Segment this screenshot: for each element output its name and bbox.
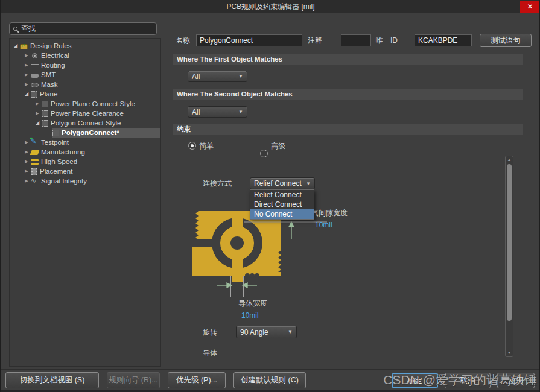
titlebar: PCB规则及约束编辑器 [mil] ✕ [1,0,540,13]
tree-item-smt[interactable]: ▶ SMT [10,70,160,80]
simple-radio-label: 简单 [199,141,214,151]
tree-item-label: Power Plane Connect Style [51,100,135,107]
footer-separator [1,369,540,370]
plane-rule-icon [42,120,48,127]
tree-item-high-speed[interactable]: ▶ High Speed [10,157,160,166]
routing-icon [31,63,39,68]
advanced-radio[interactable] [260,150,268,157]
signal-integrity-icon [31,177,39,185]
conductor-width-label: 导体宽度 [238,299,267,308]
scroll-down-icon[interactable]: ▼ [506,350,513,356]
scrollbar-thumb[interactable] [507,164,512,321]
footer-button-r: 规则向导 (R)... [107,372,160,388]
second-match-dropdown[interactable]: All▼ [188,106,247,118]
expand-arrow-icon[interactable]: ◢ [23,89,30,99]
tree-item-label: Placement [40,168,72,175]
tree-item-placement[interactable]: ▶ Placement [10,166,160,176]
tree-item-polygon-connect-style[interactable]: ◢ Polygon Connect Style [10,118,160,128]
tree-item-label: Design Rules [30,42,71,49]
tree-item-testpoint[interactable]: ▶ Testpoint [10,138,160,147]
simple-radio[interactable] [188,142,196,150]
connect-style-label: 连接方式 [203,179,232,188]
tree-item-label: Manufacturing [41,148,85,156]
expand-arrow-icon[interactable]: ▶ [23,176,30,186]
tree-item-label: Mask [41,81,57,88]
tree-item-label: PolygonConnect* [62,129,119,136]
expand-arrow-icon[interactable]: ▶ [23,147,30,157]
plane-icon [31,91,37,98]
tree-item-label: SMT [41,71,56,78]
rotation-dropdown[interactable]: 90 Angle▼ [236,326,297,338]
unique-id-label: 唯一ID [376,36,398,45]
tree-item-label: High Speed [41,158,77,165]
unique-id-field[interactable] [415,34,472,46]
tree-item-mask[interactable]: ▶ Mask [10,80,160,89]
expand-arrow-icon[interactable]: ▶ [23,166,30,176]
electrical-icon [32,53,37,58]
footer-button-[interactable]: 取消 [445,373,491,388]
dropdown-option-no-connect[interactable]: No Connect [250,209,314,219]
manufacturing-icon [30,150,40,155]
comment-label: 注释 [308,36,322,45]
expand-arrow-icon[interactable]: ▶ [23,70,30,80]
expand-arrow-icon[interactable]: ▶ [23,51,30,60]
tree-item-power-plane-clearance[interactable]: ▶ Power Plane Clearance [10,109,160,118]
plane-rule-icon [42,110,48,117]
design-rules-icon [20,44,28,49]
close-icon[interactable]: ✕ [520,1,540,13]
connect-style-options-list: Relief ConnectDirect ConnectNo Connect [250,189,314,220]
high-speed-icon [31,159,39,165]
tree-item-label: Electrical [41,52,69,59]
tree-item-routing[interactable]: ▶ Routing [10,60,160,70]
second-match-header: Where The Second Object Matches [173,89,523,100]
advanced-radio-label: 高级 [271,141,285,151]
search-icon [13,27,17,31]
rules-tree: ◢ Design Rules ▶ Electrical ▶ Routing ▶ … [9,38,161,367]
chevron-down-icon: ▼ [238,109,243,115]
tree-item-design-rules[interactable]: ◢ Design Rules [10,41,160,51]
plane-rule-icon [52,130,59,136]
tree-item-power-plane-connect-style[interactable]: ▶ Power Plane Connect Style [10,99,160,109]
comment-field[interactable] [341,34,371,46]
footer-button-p[interactable]: 优先级 (P)... [168,372,226,388]
search-placeholder: 查找 [21,24,36,34]
dropdown-option-direct-connect[interactable]: Direct Connect [250,200,314,209]
constraints-scrollbar[interactable]: ▲ ▼ [505,156,513,357]
expand-arrow-icon[interactable]: ◢ [34,118,41,128]
first-match-dropdown[interactable]: All▼ [188,71,247,82]
expand-arrow-icon[interactable]: ▶ [23,157,30,166]
plane-rule-icon [42,101,48,107]
tree-item-label: Polygon Connect Style [51,119,121,127]
conductor-width-value: 10mil [241,311,259,320]
chevron-down-icon: ▼ [306,181,311,186]
footer-button-[interactable]: 确定 [392,373,438,388]
scroll-up-icon[interactable]: ▲ [506,157,513,163]
tree-item-signal-integrity[interactable]: ▶ Signal Integrity [10,176,160,186]
search-input[interactable]: 查找 [9,22,157,35]
constraints-header: 约束 [173,124,523,135]
footer-button-c[interactable]: 创建默认规则 (C) [233,372,306,388]
expand-arrow-icon[interactable]: ▶ [23,60,30,70]
connect-style-dropdown[interactable]: Relief Connect▼ [250,177,315,189]
chevron-down-icon: ▼ [288,329,293,335]
expand-arrow-icon[interactable]: ▶ [34,109,41,118]
tree-item-electrical[interactable]: ▶ Electrical [10,51,160,60]
footer-button-s[interactable]: 切换到文档视图 (S) [5,372,99,388]
tree-item-label: Testpoint [41,139,69,146]
conductor-groupbox: 导体 [197,349,266,357]
dropdown-option-relief-connect[interactable]: Relief Connect [250,190,314,200]
air-gap-value: 10mil [315,221,332,229]
test-query-button[interactable]: 测试语句 [480,34,532,47]
mask-icon [31,83,39,87]
name-field[interactable] [196,34,302,46]
tree-item-plane[interactable]: ◢ Plane [10,89,160,99]
footer-button-[interactable]: 应用 [497,373,535,388]
polygon-connect-preview [191,208,329,299]
expand-arrow-icon[interactable]: ▶ [23,80,30,89]
tree-item-label: Power Plane Clearance [51,110,124,117]
rotation-label: 旋转 [203,327,217,337]
tree-item-manufacturing[interactable]: ▶ Manufacturing [10,147,160,157]
expand-arrow-icon[interactable]: ▶ [34,99,41,109]
expand-arrow-icon[interactable]: ◢ [12,41,19,51]
pcb-rules-editor-dialog: PCB规则及约束编辑器 [mil] ✕ 查找 ◢ Design Rules ▶ … [0,0,540,392]
